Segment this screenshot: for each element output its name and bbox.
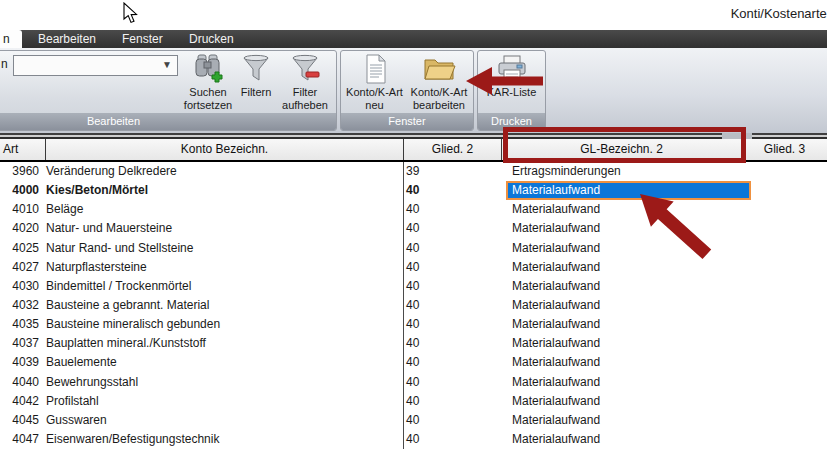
table-row[interactable]: 4032Bausteine a gebrannt. Material40Mate… <box>0 296 827 315</box>
funnel-minus-icon <box>289 52 321 86</box>
gl-bezeichn2-value: Materialaufwand <box>512 353 600 372</box>
chevron-down-icon[interactable]: ▼ <box>162 59 172 70</box>
menu-item-fenster[interactable]: Fenster <box>116 30 169 48</box>
glied2-value: 40 <box>406 277 419 296</box>
table-row[interactable]: 4037Bauplatten mineral./Kunststoff40Mate… <box>0 334 827 353</box>
table-row[interactable]: 4042Profilstahl40Materialaufwand <box>0 392 827 411</box>
gl-bezeichn2-value: Ertragsminderungen <box>512 162 621 181</box>
konto-kart-bearbeiten-button[interactable]: Konto/K-Art bearbeiten <box>405 52 473 114</box>
search-combobox[interactable]: ▼ <box>13 55 178 76</box>
gl-bezeichn2-value: Materialaufwand <box>512 392 600 411</box>
account-name: Eisenwaren/Befestigungstechnik <box>46 430 219 449</box>
glied2-value: 40 <box>406 392 419 411</box>
glied2-value: 40 <box>406 353 419 372</box>
button-label: Konto/K-Art bearbeiten <box>405 86 473 112</box>
glied2-value: 40 <box>406 315 419 334</box>
gl-bezeichn2-value: Materialaufwand <box>512 315 600 334</box>
glied2-value: 40 <box>406 200 419 219</box>
column-header-konto-bezeichn[interactable]: Konto Bezeichn. <box>45 139 403 160</box>
kar-liste-button[interactable]: KAR-Liste <box>479 52 544 114</box>
app-window: Konti/Kostenarten n Bearbeiten Fenster D… <box>0 0 827 449</box>
group-caption-fenster: Fenster <box>341 113 473 130</box>
gl-bezeichn2-value: Materialaufwand <box>512 239 600 258</box>
mouse-cursor-icon <box>123 2 139 24</box>
account-name: Bewehrungsstahl <box>46 373 138 392</box>
group-caption-bearbeiten: Bearbeiten <box>0 113 336 130</box>
account-name: Kies/Beton/Mörtel <box>46 181 148 200</box>
account-number: 3960 <box>0 162 39 181</box>
account-name: Bindemittel / Trockenmörtel <box>46 277 191 296</box>
table-row[interactable]: 4030Bindemittel / Trockenmörtel40Materia… <box>0 277 827 296</box>
account-number: 4025 <box>0 239 39 258</box>
gl-bezeichn2-value: Materialaufwand <box>512 296 600 315</box>
gl-bezeichn2-value: Materialaufwand <box>512 334 600 353</box>
glied2-value: 40 <box>406 219 419 238</box>
gl-bezeichn2-value: Materialaufwand <box>512 258 600 277</box>
suchen-fortsetzen-button[interactable]: Suchen fortsetzen <box>181 52 235 114</box>
menubar: n Bearbeiten Fenster Drucken <box>0 30 827 48</box>
account-name: Gusswaren <box>46 411 107 430</box>
menu-item-bearbeiten[interactable]: Bearbeiten <box>32 30 102 48</box>
gl-bezeichn2-value: Materialaufwand <box>512 430 600 449</box>
table-body: 3960Veränderung Delkredere39Ertragsminde… <box>0 162 827 449</box>
table-row[interactable]: 4010Beläge40Materialaufwand <box>0 200 827 219</box>
table-row[interactable]: 4035Bausteine mineralisch gebunden40Mate… <box>0 315 827 334</box>
konto-kart-neu-button[interactable]: Konto/K-Art neu <box>343 52 406 114</box>
button-label: Konto/K-Art neu <box>343 86 406 112</box>
account-name: Bausteine a gebrannt. Material <box>46 296 209 315</box>
button-label: Suchen fortsetzen <box>181 86 235 112</box>
glied2-value: 39 <box>406 162 419 181</box>
account-name: Naturpflastersteine <box>46 258 147 277</box>
account-name: Bauelemente <box>46 353 117 372</box>
table-row[interactable]: 4000Kies/Beton/Mörtel40Materialaufwand <box>0 181 827 200</box>
account-name: Beläge <box>46 200 83 219</box>
selected-cell[interactable]: Materialaufwand <box>506 181 751 200</box>
gl-bezeichn2-value: Materialaufwand <box>512 277 600 296</box>
account-number: 4037 <box>0 334 39 353</box>
table-row[interactable]: 4025Natur Rand- und Stellsteine40Materia… <box>0 239 827 258</box>
table-row[interactable]: 3960Veränderung Delkredere39Ertragsminde… <box>0 162 827 181</box>
menu-item-drucken[interactable]: Drucken <box>183 30 240 48</box>
printer-icon <box>495 52 529 86</box>
gl-bezeichn2-value: Materialaufwand <box>512 411 600 430</box>
annotation-highlight-rect <box>503 127 746 163</box>
account-number: 4010 <box>0 200 39 219</box>
account-name: Natur- und Mauersteine <box>46 219 172 238</box>
glied2-value: 40 <box>406 334 419 353</box>
table-row[interactable]: 4020Natur- und Mauersteine40Materialaufw… <box>0 219 827 238</box>
funnel-icon <box>240 52 272 86</box>
tab-active-partial[interactable]: n <box>0 30 22 48</box>
table-row[interactable]: 4039Bauelemente40Materialaufwand <box>0 353 827 372</box>
binoculars-plus-icon <box>191 52 225 86</box>
account-name: Profilstahl <box>46 392 99 411</box>
table-row[interactable]: 4045Gusswaren40Materialaufwand <box>0 411 827 430</box>
column-header-glied2[interactable]: Glied. 2 <box>403 139 501 160</box>
table-row[interactable]: 4027Naturpflastersteine40Materialaufwand <box>0 258 827 277</box>
gl-bezeichn2-value: Materialaufwand <box>512 200 600 219</box>
account-number: 4040 <box>0 373 39 392</box>
glied2-value: 40 <box>406 181 419 200</box>
account-number: 4042 <box>0 392 39 411</box>
column-header-glied3[interactable]: Glied. 3 <box>741 139 827 160</box>
button-label: KAR-Liste <box>487 86 537 99</box>
folder-open-icon <box>421 52 457 86</box>
filtern-button[interactable]: Filtern <box>234 52 278 114</box>
account-number: 4035 <box>0 315 39 334</box>
column-header-art[interactable]: Art <box>0 139 45 160</box>
account-number: 4045 <box>0 411 39 430</box>
filter-aufheben-button[interactable]: Filter aufheben <box>277 52 333 114</box>
glied2-value: 40 <box>406 296 419 315</box>
account-name: Bauplatten mineral./Kunststoff <box>46 334 206 353</box>
glied2-value: 40 <box>406 373 419 392</box>
gl-bezeichn2-value: Materialaufwand <box>512 219 600 238</box>
ribbon: Bearbeiten Fenster Drucken n ▼ <box>0 48 827 133</box>
table-row[interactable]: 4047Eisenwaren/Befestigungstechnik40Mate… <box>0 430 827 449</box>
search-label-partial: n <box>1 57 8 71</box>
account-name: Bausteine mineralisch gebunden <box>46 315 220 334</box>
table-row[interactable]: 4040Bewehrungsstahl40Materialaufwand <box>0 373 827 392</box>
account-number: 4030 <box>0 277 39 296</box>
window-title: Konti/Kostenarten <box>731 6 827 21</box>
account-number: 4032 <box>0 296 39 315</box>
account-number: 4000 <box>0 181 39 200</box>
glied2-value: 40 <box>406 258 419 277</box>
